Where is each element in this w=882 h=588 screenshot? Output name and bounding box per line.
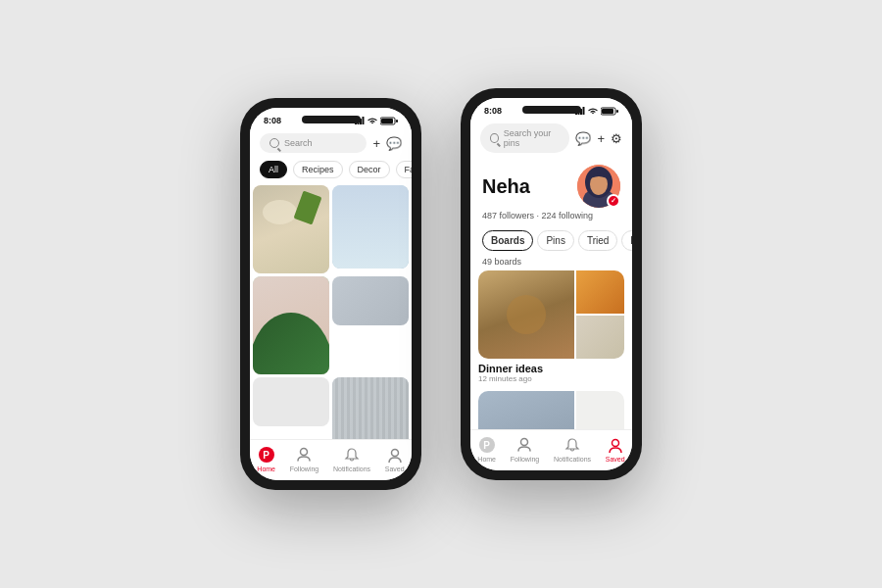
board-dinner-ideas[interactable]: Dinner ideas 12 minutes ago — [478, 270, 624, 383]
nav-following-label-2: Following — [511, 456, 540, 463]
nav-following-label-1: Following — [290, 466, 319, 472]
board-living-images — [478, 391, 624, 429]
time-2: 8:08 — [484, 106, 502, 116]
message-icon-1[interactable]: 💬 — [386, 136, 402, 151]
nav-saved-label-1: Saved — [385, 466, 405, 472]
cat-tab-fashion[interactable]: Fashion inspi — [396, 161, 412, 178]
add-icon-2[interactable]: + — [597, 131, 605, 146]
cat-tab-recipes[interactable]: Recipes — [293, 161, 343, 178]
cat-tab-decor[interactable]: Decor — [349, 161, 390, 178]
nav-following-1[interactable]: Following — [290, 446, 319, 472]
nav-following-2[interactable]: Following — [511, 436, 540, 463]
message-icon-2[interactable]: 💬 — [575, 131, 591, 146]
following-icon-1 — [296, 447, 312, 463]
svg-point-20 — [521, 439, 528, 446]
saved-icon-2 — [608, 437, 623, 453]
add-icon-1[interactable]: + — [372, 136, 380, 151]
following-label: 224 following — [542, 211, 594, 220]
profile-name-row: Neha — [482, 165, 620, 208]
svg-point-8 — [391, 450, 398, 457]
svg-rect-6 — [396, 120, 398, 122]
pin-gray-small[interactable] — [332, 276, 409, 325]
svg-rect-12 — [583, 107, 585, 115]
nav-notifications-1[interactable]: Notifications — [333, 446, 370, 472]
saved-icon-1 — [387, 447, 403, 463]
notch-1 — [302, 116, 361, 123]
bell-icon-1 — [344, 447, 360, 463]
pin-gray-2[interactable] — [253, 377, 329, 426]
bottom-nav-1: P Home Following — [250, 439, 412, 480]
tab-followers[interactable]: Followers — [621, 230, 632, 251]
search-icon-1 — [270, 138, 279, 148]
search-placeholder-2: Search your pins — [504, 128, 561, 148]
svg-rect-3 — [363, 117, 365, 124]
search-input-wrap-1[interactable]: Search — [260, 133, 367, 153]
svg-rect-15 — [616, 110, 618, 113]
nav-notifications-label-2: Notifications — [554, 456, 591, 463]
pin-plant-tall[interactable] — [253, 276, 329, 374]
boards-scroll[interactable]: Dinner ideas 12 minutes ago — [470, 270, 632, 429]
wifi-icon — [368, 117, 377, 124]
pinterest-icon-2: P — [479, 437, 495, 453]
tab-boards[interactable]: Boards — [482, 230, 533, 251]
battery-icon — [380, 117, 398, 125]
board-dinner-time: 12 minutes ago — [478, 374, 624, 383]
tab-tried[interactable]: Tried — [578, 230, 617, 251]
nav-saved-1[interactable]: Saved — [385, 446, 405, 472]
search-bar-2[interactable]: Search your pins 💬 + ⚙ — [470, 120, 632, 157]
tab-pins[interactable]: Pins — [537, 230, 573, 251]
cat-tab-all[interactable]: All — [260, 161, 287, 178]
time-1: 8:08 — [264, 116, 281, 125]
nav-home-2[interactable]: P Home — [477, 436, 496, 463]
phone-2: 8:08 — [461, 88, 642, 480]
search-input-wrap-2[interactable]: Search your pins — [480, 123, 569, 153]
avatar-wrap[interactable] — [577, 165, 620, 208]
wifi-icon-2 — [588, 107, 598, 115]
board-dinner-title: Dinner ideas — [478, 363, 624, 374]
profile-tabs: Boards Pins Tried Followers — [470, 224, 632, 255]
pin-grid — [250, 182, 412, 439]
followers-label: 487 followers — [482, 211, 534, 220]
search-bar-1[interactable]: Search + 💬 — [250, 129, 412, 157]
notch-2 — [522, 106, 581, 114]
board-living-room[interactable]: Living room — [478, 391, 624, 429]
pin-food[interactable] — [253, 185, 329, 273]
status-icons-1 — [355, 117, 398, 125]
pin-building[interactable] — [332, 377, 409, 439]
search-placeholder-1: Search — [284, 138, 313, 148]
phone-1: 8:08 — [240, 98, 421, 490]
settings-icon-2[interactable]: ⚙ — [611, 131, 622, 146]
profile-name: Neha — [482, 175, 530, 198]
bell-icon-2 — [564, 437, 580, 453]
battery-icon-2 — [601, 107, 618, 116]
profile-stats: 487 followers · 224 following — [482, 211, 620, 220]
board-dinner-images — [478, 270, 624, 359]
svg-rect-5 — [381, 119, 393, 123]
status-icons-2 — [575, 107, 618, 116]
svg-point-7 — [301, 449, 308, 456]
pinterest-icon-1: P — [259, 447, 274, 463]
following-icon-2 — [516, 437, 532, 453]
boards-count: 49 boards — [470, 255, 632, 270]
nav-notifications-label-1: Notifications — [333, 466, 370, 472]
pin-dog[interactable] — [332, 185, 409, 269]
category-tabs-1: All Recipes Decor Fashion inspi — [250, 157, 412, 182]
bottom-nav-2: P Home Following — [470, 429, 632, 470]
nav-home-label-1: Home — [257, 466, 275, 472]
nav-home-label-2: Home — [477, 456, 496, 463]
nav-home-1[interactable]: P Home — [257, 446, 275, 472]
verified-badge — [607, 194, 620, 208]
profile-header: Neha — [470, 157, 632, 224]
nav-saved-2[interactable]: Saved — [606, 436, 625, 463]
nav-saved-label-2: Saved — [606, 456, 625, 463]
svg-rect-14 — [602, 109, 613, 114]
nav-notifications-2[interactable]: Notifications — [554, 436, 591, 463]
search-icon-2 — [490, 133, 499, 143]
svg-point-21 — [612, 440, 618, 447]
